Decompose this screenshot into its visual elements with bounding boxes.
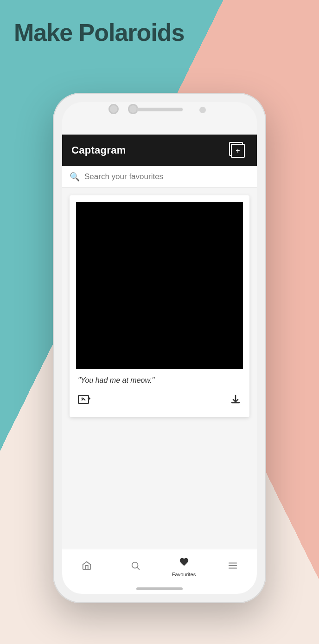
search-input[interactable]: [84, 172, 249, 181]
sensor: [199, 107, 206, 113]
svg-rect-0: [78, 395, 89, 404]
search-icon: 🔍: [70, 172, 80, 182]
home-icon: [82, 560, 92, 573]
page-title: Make Polaroids: [14, 19, 184, 46]
download-icon: [230, 394, 241, 408]
menu-icon: [228, 560, 238, 573]
search-nav-icon: [130, 560, 140, 573]
add-image-button[interactable]: [78, 394, 91, 408]
polaroid-image: [76, 202, 243, 369]
polaroid-front-icon: +: [231, 144, 245, 158]
plus-icon: +: [236, 147, 240, 155]
favourites-label: Favourites: [172, 572, 196, 577]
polaroid-card: "You had me at meow.": [70, 195, 249, 417]
camera-left: [108, 104, 119, 114]
phone-outer: Captagram + 🔍: [53, 93, 266, 603]
svg-point-1: [82, 398, 83, 399]
add-image-icon: [78, 394, 91, 408]
search-input-wrapper: 🔍: [70, 172, 249, 182]
favourites-icon: [179, 557, 189, 570]
home-bar: [136, 587, 183, 590]
phone-mockup: Captagram + 🔍: [53, 93, 266, 603]
speaker: [136, 108, 183, 111]
polaroid-actions: [76, 394, 243, 408]
nav-home[interactable]: [62, 554, 111, 580]
content-area[interactable]: "You had me at meow.": [62, 188, 257, 549]
nav-menu[interactable]: [208, 554, 257, 580]
phone-screen: Captagram + 🔍: [62, 102, 257, 594]
add-photo-button[interactable]: +: [229, 142, 248, 159]
polaroid-caption: "You had me at meow.": [76, 376, 243, 385]
nav-search[interactable]: [111, 554, 160, 580]
nav-favourites[interactable]: Favourites: [160, 554, 208, 580]
app-header: Captagram +: [62, 135, 257, 166]
download-button[interactable]: [230, 394, 241, 408]
search-bar: 🔍: [62, 166, 257, 188]
app-container: Captagram + 🔍: [62, 102, 257, 594]
app-title: Captagram: [71, 144, 126, 156]
